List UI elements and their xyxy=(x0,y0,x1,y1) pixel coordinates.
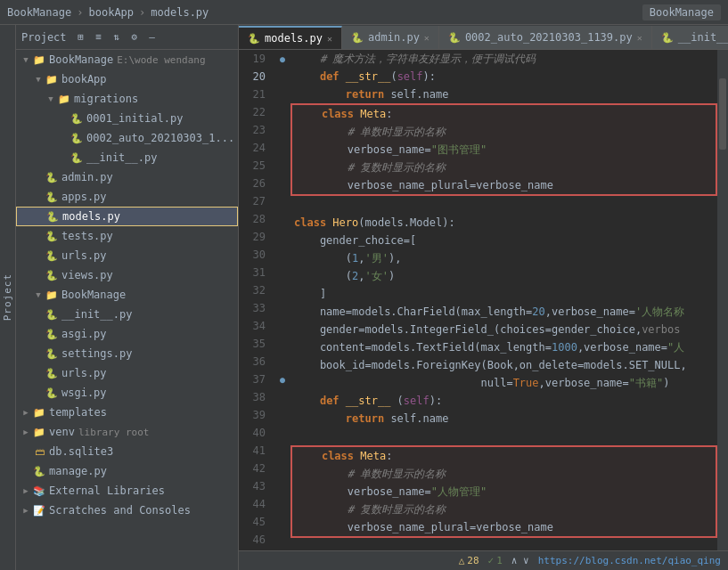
tree-asgi[interactable]: 🐍 asgi.py xyxy=(16,324,238,344)
tab-models-close[interactable]: ✕ xyxy=(327,34,332,44)
code-line-36: book_id=models.ForeignKey(Book,on_delete… xyxy=(290,356,717,374)
tab-admin-close[interactable]: ✕ xyxy=(424,33,429,43)
scrollbar-thumb[interactable] xyxy=(719,78,726,150)
tree-bookmanage-folder[interactable]: ▼ 📁 BookManage xyxy=(16,285,238,305)
code-line-28: class Hero(models.Model): xyxy=(290,214,717,232)
tree-manage[interactable]: 🐍 manage.py xyxy=(16,461,238,481)
toolbar-close-icon[interactable]: — xyxy=(145,30,160,45)
tree-init-outer[interactable]: 🐍 __init__.py xyxy=(16,305,238,324)
status-bar: △ 28 ✓ 1 ∧ ∨ https://blog.csdn.net/qiao_… xyxy=(239,550,728,570)
bookmanage-folder-icon: 📁 xyxy=(45,288,59,302)
gutter-24 xyxy=(274,121,290,139)
tree-bookapp[interactable]: ▼ 📁 bookApp xyxy=(16,69,238,89)
tree-migrations[interactable]: ▼ 📁 migrations xyxy=(16,89,238,109)
tree-0002[interactable]: 🐍 0002_auto_20210303_1... xyxy=(16,128,238,148)
tree-admin[interactable]: 🐍 admin.py xyxy=(16,167,238,187)
0002-file-icon: 🐍 xyxy=(70,131,84,145)
gutter-36 xyxy=(274,335,290,353)
tab-0002[interactable]: 🐍 0002_auto_20210303_1139.py ✕ xyxy=(439,26,652,49)
gutter-30 xyxy=(274,228,290,246)
venv-suffix: library root xyxy=(78,427,149,438)
tab-0002-close[interactable]: ✕ xyxy=(637,33,642,43)
tab-models-icon: 🐍 xyxy=(248,33,260,45)
tree-0001[interactable]: 🐍 0001_initial.py xyxy=(16,109,238,128)
code-line-41: class Meta: xyxy=(292,447,716,465)
init-inner-icon: 🐍 xyxy=(70,151,84,165)
editor-area: 🐍 models.py ✕ 🐍 admin.py ✕ 🐍 0002_auto_2… xyxy=(239,25,728,570)
code-line-45: verbose_name_plural=verbose_name xyxy=(292,518,716,536)
code-line-33: name=models.CharField(max_length=20,verb… xyxy=(290,303,717,321)
code-line-31: (2,'女') xyxy=(290,267,717,285)
code-line-27 xyxy=(290,196,717,214)
line-numbers: 19 20 21 22 23 24 25 26 27 28 29 30 31 3… xyxy=(239,50,274,550)
tree-urls2[interactable]: 🐍 urls.py xyxy=(16,363,238,383)
sidebar: Project ⊞ ≡ ⇅ ⚙ — ▼ 📁 BookManage E:\wode… xyxy=(16,25,239,570)
tree-settings[interactable]: 🐍 settings.py xyxy=(16,344,238,363)
tree-models[interactable]: 🐍 models.py xyxy=(16,207,238,226)
urls-label: urls.py xyxy=(61,249,107,262)
db-label: db.sqlite3 xyxy=(49,445,113,458)
tree-views[interactable]: 🐍 views.py xyxy=(16,265,238,285)
ln-41: 41 xyxy=(239,442,269,460)
root-label: BookManage xyxy=(49,53,113,66)
gutter-28 xyxy=(274,192,290,210)
tree-urls[interactable]: 🐍 urls.py xyxy=(16,246,238,265)
templates-arrow: ▶ xyxy=(20,408,32,417)
gutter-40 xyxy=(274,406,290,424)
editor-scrollbar[interactable] xyxy=(717,50,728,550)
ln-32: 32 xyxy=(239,281,269,299)
gutter-43 xyxy=(274,460,290,477)
tab-models[interactable]: 🐍 models.py ✕ xyxy=(239,26,342,49)
tree-venv[interactable]: ▶ 📁 venv library root xyxy=(16,422,238,442)
venv-arrow: ▶ xyxy=(20,428,32,436)
code-line-29: gender_choice=[ xyxy=(290,232,717,249)
ok-icon: ✓ xyxy=(488,555,495,566)
toolbar-gear-icon[interactable]: ⚙ xyxy=(127,30,142,45)
0002-label: 0002_auto_20210303_1... xyxy=(86,132,234,144)
meta-block-1: class Meta: # 单数时显示的名称 verbose_name="图书管… xyxy=(290,103,717,196)
code-line-26: verbose_name_plural=verbose_name xyxy=(292,176,716,194)
toolbar-expand-icon[interactable]: ⊞ xyxy=(74,30,88,45)
toolbar-align-icon[interactable]: ⇅ xyxy=(110,30,124,45)
tree-apps[interactable]: 🐍 apps.py xyxy=(16,187,238,207)
code-line-24: verbose_name="图书管理" xyxy=(292,141,716,159)
gutter-46 xyxy=(274,513,290,531)
ln-23: 23 xyxy=(239,121,269,139)
gutter-23 xyxy=(274,103,290,121)
tree-ext-libs[interactable]: ▶ 📚 External Libraries xyxy=(16,481,238,501)
ln-24: 24 xyxy=(239,139,269,157)
sidebar-title: Project xyxy=(21,31,67,44)
ln-40: 40 xyxy=(239,424,269,442)
tree-init-inner[interactable]: 🐍 __init__.py xyxy=(16,148,238,167)
tab-admin[interactable]: 🐍 admin.py ✕ xyxy=(342,26,439,49)
gutter-34 xyxy=(274,299,290,317)
ln-39: 39 xyxy=(239,406,269,424)
project-tab[interactable]: Project xyxy=(0,25,16,570)
code-editor[interactable]: # 魔术方法，字符串友好显示，便于调试代码 def __str__(self):… xyxy=(290,50,717,550)
ext-libs-icon: 📚 xyxy=(32,484,46,498)
tree-db[interactable]: 🗃 db.sqlite3 xyxy=(16,442,238,461)
ln-42: 42 xyxy=(239,460,269,477)
tree-root[interactable]: ▼ 📁 BookManage E:\wode wendang xyxy=(16,50,238,69)
tab-bar: 🐍 models.py ✕ 🐍 admin.py ✕ 🐍 0002_auto_2… xyxy=(239,25,728,50)
ln-19: 19 xyxy=(239,50,269,68)
tab-init[interactable]: 🐍 __init__.py ✕ xyxy=(652,26,728,49)
nav-arrows[interactable]: ∧ ∨ xyxy=(511,555,529,566)
editor-wrapper: 19 20 21 22 23 24 25 26 27 28 29 30 31 3… xyxy=(239,50,728,550)
tree-tests[interactable]: 🐍 tests.py xyxy=(16,226,238,246)
breadcrumb-sep1: › xyxy=(77,6,83,19)
tree-scratches[interactable]: ▶ 📝 Scratches and Consoles xyxy=(16,501,238,520)
admin-file-icon: 🐍 xyxy=(45,170,59,184)
tree-wsgi[interactable]: 🐍 wsgi.py xyxy=(16,383,238,403)
migrations-folder-icon: 📁 xyxy=(57,92,71,106)
code-line-39: return self.name xyxy=(290,410,717,428)
ln-43: 43 xyxy=(239,477,269,495)
tree-templates[interactable]: ▶ 📁 templates xyxy=(16,403,238,422)
ln-36: 36 xyxy=(239,353,269,370)
gutter-37 xyxy=(274,353,290,370)
asgi-label: asgi.py xyxy=(61,328,107,340)
breadcrumb: BookManage › bookApp › models.py xyxy=(7,6,209,19)
ln-31: 31 xyxy=(239,264,269,281)
toolbar-collapse-icon[interactable]: ≡ xyxy=(92,30,106,45)
breadcrumb-models: models.py xyxy=(151,6,209,19)
